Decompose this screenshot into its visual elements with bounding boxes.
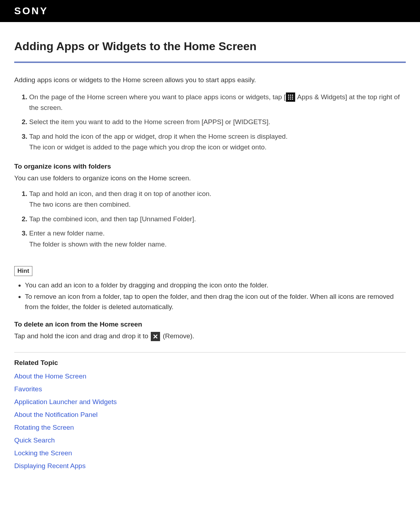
svg-rect-0 <box>288 95 289 96</box>
organize-text: You can use folders to organize icons on… <box>14 173 406 184</box>
step-text: Tap the combined icon, and then tap [Unn… <box>29 215 196 223</box>
delete-text-part: Tap and hold the icon and drag and drop … <box>14 332 150 340</box>
step-item: Tap the combined icon, and then tap [Unn… <box>29 214 406 224</box>
delete-text-part: (Remove). <box>161 332 194 340</box>
brand-logo: SONY <box>14 5 48 17</box>
site-header: SONY <box>0 0 420 22</box>
svg-rect-3 <box>288 97 289 98</box>
related-link[interactable]: About the Home Screen <box>14 372 406 380</box>
step-text: Tap and hold the icon of the app or widg… <box>29 133 288 140</box>
step-item: Select the item you want to add to the H… <box>29 117 406 127</box>
step-item: Tap and hold the icon of the app or widg… <box>29 131 406 153</box>
hint-list: You can add an icon to a folder by dragg… <box>14 280 406 312</box>
step-text: Select the item you want to add to the H… <box>29 118 270 126</box>
hint-item: To remove an icon from a folder, tap to … <box>25 292 406 312</box>
related-link[interactable]: Locking the Screen <box>14 449 406 457</box>
steps-list-organize: Tap and hold an icon, and then drag it o… <box>14 189 406 250</box>
title-divider <box>14 62 406 63</box>
steps-list-main: On the page of the Home screen where you… <box>14 92 406 153</box>
page-title: Adding Apps or Widgets to the Home Scree… <box>14 40 406 53</box>
intro-text: Adding apps icons or widgets to the Home… <box>14 75 406 85</box>
svg-rect-5 <box>292 97 293 98</box>
related-link[interactable]: About the Notification Panel <box>14 411 406 419</box>
remove-x-icon <box>151 332 160 341</box>
step-text: The two icons are then combined. <box>29 199 406 210</box>
related-link[interactable]: Rotating the Screen <box>14 424 406 431</box>
hint-item: You can add an icon to a folder by dragg… <box>25 280 406 291</box>
step-text: Enter a new folder name. <box>29 229 105 237</box>
step-item: Tap and hold an icon, and then drag it o… <box>29 189 406 210</box>
organize-heading: To organize icons with folders <box>14 163 406 170</box>
step-text: On the page of the Home screen where you… <box>29 93 286 101</box>
hint-label: Hint <box>14 266 32 276</box>
delete-text: Tap and hold the icon and drag and drop … <box>14 331 406 341</box>
step-text: The folder is shown with the new folder … <box>29 239 406 250</box>
apps-grid-icon <box>286 92 295 102</box>
related-divider <box>14 352 406 353</box>
svg-rect-1 <box>290 95 291 96</box>
svg-rect-8 <box>292 99 293 100</box>
related-link[interactable]: Quick Search <box>14 436 406 444</box>
related-link[interactable]: Favorites <box>14 385 406 393</box>
svg-rect-7 <box>290 99 291 100</box>
main-content: Adding Apps or Widgets to the Home Scree… <box>0 22 420 477</box>
related-link[interactable]: Displaying Recent Apps <box>14 462 406 470</box>
step-text: Tap and hold an icon, and then drag it o… <box>29 190 211 197</box>
step-item: On the page of the Home screen where you… <box>29 92 406 113</box>
related-link[interactable]: Application Launcher and Widgets <box>14 398 406 406</box>
related-heading: Related Topic <box>14 359 406 367</box>
svg-rect-6 <box>288 99 289 100</box>
related-links: About the Home Screen Favorites Applicat… <box>14 372 406 470</box>
step-item: Enter a new folder name. The folder is s… <box>29 228 406 250</box>
delete-heading: To delete an icon from the Home screen <box>14 320 406 328</box>
svg-rect-2 <box>292 95 293 96</box>
step-text: The icon or widget is added to the page … <box>29 142 406 153</box>
svg-rect-4 <box>290 97 291 98</box>
